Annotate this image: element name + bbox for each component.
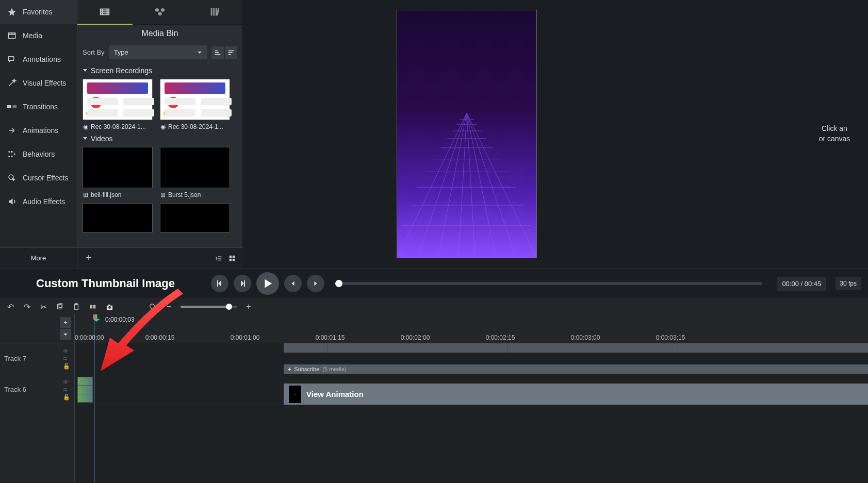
zoom-in-button[interactable]: + [243, 302, 254, 312]
star-icon [7, 7, 17, 16]
view-list-button[interactable] [212, 252, 225, 264]
thumb-preview [160, 204, 230, 232]
zoom-fit-button[interactable] [148, 302, 158, 312]
media-thumb[interactable]: ◉Rec 30-08-2024-1... [160, 79, 230, 130]
triangle-down-icon [83, 68, 88, 73]
split-button[interactable] [88, 302, 98, 312]
section-videos[interactable]: Videos [77, 130, 242, 147]
film-icon [7, 31, 17, 40]
section-screen-recordings[interactable]: Screen Recordings [77, 62, 242, 79]
prev-frame-button[interactable] [211, 275, 228, 292]
svg-rect-11 [11, 151, 13, 153]
unused-dot-icon [163, 110, 170, 116]
sort-asc-button[interactable] [211, 46, 224, 59]
scrub-bar[interactable] [339, 282, 762, 285]
canvas[interactable] [397, 10, 537, 258]
thumbnail-clip[interactable] [77, 377, 93, 403]
next-frame-button[interactable] [234, 275, 251, 292]
sidebar-label: Behaviors [23, 150, 55, 158]
sidebar-item-favorites[interactable]: Favorites [0, 0, 77, 24]
svg-rect-7 [7, 105, 11, 108]
svg-rect-26 [228, 50, 234, 51]
sidebar-item-audio-effects[interactable]: Audio Effects [0, 190, 77, 213]
fps-display[interactable]: 30 fps [836, 277, 861, 290]
next-marker-button[interactable] [307, 275, 324, 292]
sidebar-label: Transitions [23, 103, 58, 111]
track-lane-7[interactable]: + Subscribe (5 media) [75, 343, 868, 374]
media-thumb[interactable] [160, 204, 230, 236]
add-media-button[interactable]: + [81, 251, 96, 265]
chevron-down-icon [197, 50, 202, 55]
sidebar-item-cursor-effects[interactable]: Cursor Effects [0, 166, 77, 190]
media-thumb[interactable] [83, 204, 153, 236]
media-thumb[interactable]: ⊞Burst 5.json [160, 147, 230, 198]
zoom-out-button[interactable]: − [164, 302, 174, 312]
sidebar-item-transitions[interactable]: Transitions [0, 95, 77, 119]
view-animation-clip[interactable]: ·· View Animation [284, 374, 868, 405]
track-header[interactable]: Track 6 👁⊃🔓 [0, 374, 74, 405]
prev-marker-button[interactable] [284, 275, 302, 292]
eye-icon[interactable]: 👁 [63, 379, 70, 385]
sort-desc-button[interactable] [225, 46, 237, 59]
sidebar-item-media[interactable]: Media [0, 24, 77, 47]
zoom-knob[interactable] [226, 304, 232, 310]
collapse-tracks-button[interactable] [60, 329, 71, 340]
tab-library[interactable] [187, 0, 242, 24]
thumb-preview [160, 79, 230, 120]
sort-by-dropdown[interactable]: Type [109, 45, 207, 59]
unused-dot-icon [86, 110, 92, 116]
play-button[interactable] [256, 272, 279, 295]
zoom-slider[interactable] [181, 306, 237, 308]
playhead-time: 0:00:00;03 [103, 315, 137, 324]
preview-area[interactable] [242, 0, 691, 268]
scrub-knob[interactable] [335, 280, 342, 287]
eye-icon[interactable]: 👁 [63, 348, 70, 354]
subscribe-group[interactable]: + Subscribe (5 media) [284, 343, 868, 374]
track-lane-extra[interactable] [75, 405, 868, 420]
sidebar-item-animations[interactable]: Animations [0, 119, 77, 142]
svg-rect-21 [213, 8, 215, 16]
svg-rect-24 [215, 52, 219, 53]
svg-rect-28 [228, 54, 231, 55]
expand-group-icon[interactable]: + [288, 366, 291, 372]
media-thumb[interactable]: ◉Rec 30-08-2024-1... [83, 79, 153, 130]
track-lane-6[interactable]: ·· View Animation [75, 374, 868, 405]
timeline: + Track 7 👁⊃🔓 Track 6 👁⊃🔓 0:00:00;03 0:0… [0, 314, 868, 483]
json-icon: ⊞ [160, 192, 166, 198]
view-grid-button[interactable] [226, 252, 238, 264]
media-thumb[interactable]: ⊞bell-fill.json [83, 147, 153, 198]
properties-hint: Click an or canvas [801, 124, 868, 144]
svg-rect-62 [108, 304, 110, 306]
tab-media-bin[interactable] [77, 0, 133, 24]
tab-assets[interactable] [133, 0, 188, 24]
svg-rect-52 [217, 280, 218, 287]
sidebar-label: Annotations [23, 55, 61, 63]
sidebar-item-annotations[interactable]: Annotations [0, 47, 77, 71]
sidebar-label: Media [23, 31, 42, 40]
magnet-icon[interactable]: ⊃ [63, 386, 70, 393]
svg-rect-15 [101, 9, 109, 15]
transition-icon [7, 102, 17, 111]
timeline-ruler[interactable]: 0:00:00;03 0:00:00;00 0:00:00;15 0:00:01… [75, 314, 868, 343]
sidebar-item-behaviors[interactable]: Behaviors [0, 142, 77, 166]
redo-button[interactable]: ↷ [22, 302, 32, 312]
svg-rect-8 [13, 105, 17, 108]
cut-button[interactable]: ✂ [38, 302, 48, 312]
magnet-icon[interactable]: ⊃ [63, 355, 70, 362]
sidebar-item-visual-effects[interactable]: Visual Effects [0, 71, 77, 95]
svg-rect-32 [233, 258, 235, 260]
copy-button[interactable] [55, 302, 65, 312]
playhead-line[interactable] [94, 314, 94, 483]
paste-button[interactable] [71, 302, 81, 312]
library-icon [209, 6, 221, 18]
add-track-button[interactable]: + [60, 317, 71, 328]
lock-icon[interactable]: 🔓 [63, 363, 70, 370]
sidebar-more-button[interactable]: More [0, 247, 77, 268]
sidebar-label: Visual Effects [23, 79, 66, 87]
lock-icon[interactable]: 🔓 [63, 394, 70, 401]
undo-button[interactable]: ↶ [5, 302, 15, 312]
tracks-area[interactable]: + Subscribe (5 media) ·· View Animation [75, 343, 868, 483]
track-header[interactable]: Track 7 👁⊃🔓 [0, 343, 74, 374]
svg-point-10 [8, 156, 10, 157]
snapshot-button[interactable] [104, 302, 114, 312]
